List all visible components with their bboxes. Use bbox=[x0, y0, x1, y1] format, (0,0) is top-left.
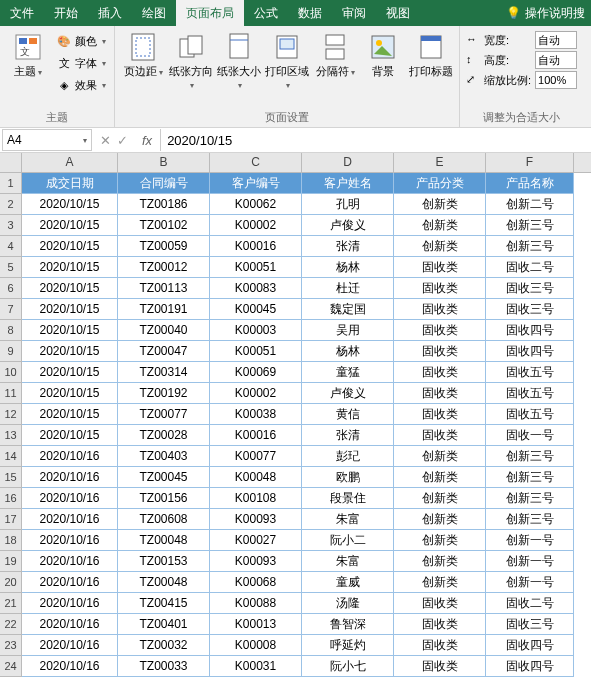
cell[interactable]: TZ00102 bbox=[118, 215, 210, 236]
cell[interactable]: 2020/10/15 bbox=[22, 404, 118, 425]
cancel-icon[interactable]: ✕ bbox=[100, 133, 111, 148]
cell[interactable]: TZ00012 bbox=[118, 257, 210, 278]
cell[interactable]: 创新类 bbox=[394, 509, 486, 530]
fonts-button[interactable]: 文字体▾ bbox=[54, 53, 108, 73]
cell[interactable]: TZ00192 bbox=[118, 383, 210, 404]
cell[interactable]: 孔明 bbox=[302, 194, 394, 215]
cell[interactable]: TZ00186 bbox=[118, 194, 210, 215]
cell[interactable]: 2020/10/15 bbox=[22, 425, 118, 446]
cell[interactable]: 朱富 bbox=[302, 551, 394, 572]
cell[interactable]: 杜迁 bbox=[302, 278, 394, 299]
header-cell[interactable]: 产品分类 bbox=[394, 173, 486, 194]
row-header[interactable]: 24 bbox=[0, 656, 22, 677]
cell[interactable]: K00093 bbox=[210, 509, 302, 530]
tab-view[interactable]: 视图 bbox=[376, 0, 420, 26]
cell[interactable]: 创新三号 bbox=[486, 236, 574, 257]
cell[interactable]: 2020/10/15 bbox=[22, 383, 118, 404]
cell[interactable]: 2020/10/15 bbox=[22, 362, 118, 383]
cell[interactable]: 固收五号 bbox=[486, 404, 574, 425]
row-header[interactable]: 12 bbox=[0, 404, 22, 425]
cell[interactable]: K00051 bbox=[210, 257, 302, 278]
cell[interactable]: TZ00153 bbox=[118, 551, 210, 572]
cell[interactable]: K00069 bbox=[210, 362, 302, 383]
cell[interactable]: TZ00047 bbox=[118, 341, 210, 362]
orientation-button[interactable]: 纸张方向▾ bbox=[169, 29, 213, 92]
cell[interactable]: 固收四号 bbox=[486, 341, 574, 362]
margins-button[interactable]: 页边距▾ bbox=[121, 29, 165, 79]
cell[interactable]: 2020/10/16 bbox=[22, 530, 118, 551]
cell[interactable]: TZ00156 bbox=[118, 488, 210, 509]
cell[interactable]: K00002 bbox=[210, 383, 302, 404]
colors-button[interactable]: 🎨颜色▾ bbox=[54, 31, 108, 51]
cell[interactable]: 固收类 bbox=[394, 614, 486, 635]
cell[interactable]: 创新类 bbox=[394, 572, 486, 593]
cell[interactable]: TZ00059 bbox=[118, 236, 210, 257]
cell[interactable]: 固收三号 bbox=[486, 299, 574, 320]
row-header[interactable]: 4 bbox=[0, 236, 22, 257]
cell[interactable]: 创新二号 bbox=[486, 194, 574, 215]
cell[interactable]: 段景住 bbox=[302, 488, 394, 509]
cell[interactable]: TZ00608 bbox=[118, 509, 210, 530]
cell[interactable]: 2020/10/16 bbox=[22, 446, 118, 467]
size-button[interactable]: 纸张大小▾ bbox=[217, 29, 261, 92]
row-header[interactable]: 22 bbox=[0, 614, 22, 635]
cell[interactable]: K00068 bbox=[210, 572, 302, 593]
cell[interactable]: 呼延灼 bbox=[302, 635, 394, 656]
breaks-button[interactable]: 分隔符▾ bbox=[313, 29, 357, 79]
cell[interactable]: 童威 bbox=[302, 572, 394, 593]
background-button[interactable]: 背景 bbox=[361, 29, 405, 78]
cell[interactable]: TZ00191 bbox=[118, 299, 210, 320]
cell[interactable]: 卢俊义 bbox=[302, 383, 394, 404]
name-box[interactable]: A4▾ bbox=[2, 129, 92, 151]
row-header[interactable]: 1 bbox=[0, 173, 22, 194]
row-header[interactable]: 14 bbox=[0, 446, 22, 467]
cell[interactable]: 创新类 bbox=[394, 446, 486, 467]
col-header-B[interactable]: B bbox=[118, 153, 210, 172]
tab-page-layout[interactable]: 页面布局 bbox=[176, 0, 244, 26]
cell[interactable]: 彭玘 bbox=[302, 446, 394, 467]
tab-draw[interactable]: 绘图 bbox=[132, 0, 176, 26]
row-header[interactable]: 6 bbox=[0, 278, 22, 299]
cell[interactable]: 创新三号 bbox=[486, 215, 574, 236]
scale-input[interactable] bbox=[535, 71, 577, 89]
fx-icon[interactable]: fx bbox=[134, 133, 160, 148]
cell[interactable]: 固收类 bbox=[394, 635, 486, 656]
cell[interactable]: 张清 bbox=[302, 425, 394, 446]
cell[interactable]: 创新三号 bbox=[486, 446, 574, 467]
cell[interactable]: 阮小七 bbox=[302, 656, 394, 677]
cell[interactable]: 2020/10/16 bbox=[22, 467, 118, 488]
header-cell[interactable]: 合同编号 bbox=[118, 173, 210, 194]
cell[interactable]: 固收类 bbox=[394, 362, 486, 383]
tab-data[interactable]: 数据 bbox=[288, 0, 332, 26]
cell[interactable]: 杨林 bbox=[302, 257, 394, 278]
cell[interactable]: 创新类 bbox=[394, 215, 486, 236]
cell[interactable]: 固收二号 bbox=[486, 593, 574, 614]
cell[interactable]: 固收二号 bbox=[486, 257, 574, 278]
cell[interactable]: 创新三号 bbox=[486, 509, 574, 530]
tab-review[interactable]: 审阅 bbox=[332, 0, 376, 26]
cell[interactable]: 固收类 bbox=[394, 278, 486, 299]
row-header[interactable]: 13 bbox=[0, 425, 22, 446]
row-header[interactable]: 17 bbox=[0, 509, 22, 530]
cell[interactable]: TZ00045 bbox=[118, 467, 210, 488]
row-header[interactable]: 10 bbox=[0, 362, 22, 383]
cell[interactable]: 汤隆 bbox=[302, 593, 394, 614]
cell[interactable]: K00083 bbox=[210, 278, 302, 299]
col-header-F[interactable]: F bbox=[486, 153, 574, 172]
cell[interactable]: 固收五号 bbox=[486, 383, 574, 404]
cell[interactable]: 创新类 bbox=[394, 236, 486, 257]
col-header-E[interactable]: E bbox=[394, 153, 486, 172]
cell[interactable]: K00062 bbox=[210, 194, 302, 215]
cell[interactable]: TZ00033 bbox=[118, 656, 210, 677]
cell[interactable]: 固收五号 bbox=[486, 362, 574, 383]
cell[interactable]: 2020/10/15 bbox=[22, 341, 118, 362]
cell[interactable]: 固收一号 bbox=[486, 425, 574, 446]
cell[interactable]: 创新三号 bbox=[486, 467, 574, 488]
cell[interactable]: 创新类 bbox=[394, 194, 486, 215]
width-input[interactable] bbox=[535, 31, 577, 49]
cell[interactable]: K00016 bbox=[210, 425, 302, 446]
cell[interactable]: TZ00113 bbox=[118, 278, 210, 299]
row-header[interactable]: 23 bbox=[0, 635, 22, 656]
cell[interactable]: TZ00403 bbox=[118, 446, 210, 467]
cell[interactable]: 固收类 bbox=[394, 593, 486, 614]
